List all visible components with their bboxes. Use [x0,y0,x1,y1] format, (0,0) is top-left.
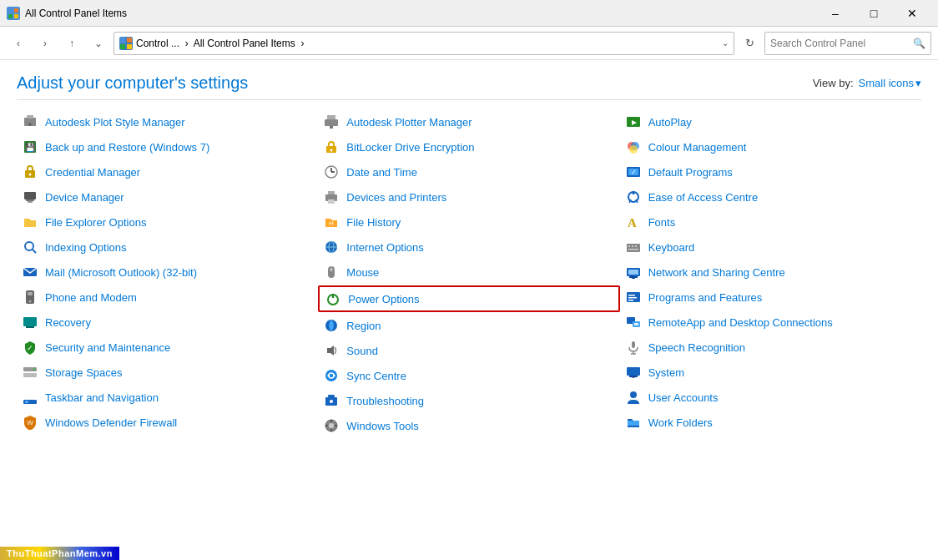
region-label[interactable]: Region [346,320,381,332]
list-item-programs-features[interactable]: Programs and Features [620,285,921,309]
keyboard-label[interactable]: Keyboard [648,241,695,254]
list-item-troubleshooting[interactable]: Troubleshooting [318,389,619,412]
search-icon[interactable]: 🔍 [913,38,925,49]
network-sharing-icon [625,264,642,280]
list-item-taskbar-navigation[interactable]: Taskbar and Navigation [17,386,318,409]
list-item-sound[interactable]: Sound [318,339,619,362]
internet-options-label[interactable]: Internet Options [346,241,424,254]
address-box[interactable]: Control ... › All Control Panel Items › … [113,32,734,55]
list-item-region[interactable]: Region [318,314,619,337]
bitlocker-label[interactable]: BitLocker Drive Encryption [346,141,474,154]
credential-manager-label[interactable]: Credential Manager [45,166,140,179]
list-item-autodesk-plot[interactable]: Autodesk Plot Style Manager [17,110,318,134]
view-by-label: View by: [813,77,854,89]
svg-text:✓: ✓ [27,344,33,352]
colour-management-label[interactable]: Colour Management [648,141,747,154]
sync-centre-label[interactable]: Sync Centre [346,370,406,382]
back-button[interactable]: ‹ [7,32,30,55]
autodesk-plot-label[interactable]: Autodesk Plot Style Manager [45,116,185,129]
list-item-colour-management[interactable]: Colour Management [620,135,921,159]
date-time-label[interactable]: Date and Time [346,166,417,179]
fonts-label[interactable]: Fonts [648,216,676,229]
list-item-indexing-options[interactable]: Indexing Options [17,235,318,259]
svg-text:💾: 💾 [25,142,36,153]
search-box[interactable]: 🔍 [764,32,931,55]
remoteapp-label[interactable]: RemoteApp and Desktop Connections [648,316,833,329]
list-item-date-time[interactable]: Date and Time [318,160,619,184]
list-item-default-programs[interactable]: ✓Default Programs [620,160,921,184]
recovery-label[interactable]: Recovery [45,316,91,329]
list-item-keyboard[interactable]: Keyboard [620,235,921,259]
network-sharing-label[interactable]: Network and Sharing Centre [648,266,785,279]
file-history-label[interactable]: File History [346,216,401,229]
list-item-work-folders[interactable]: Work Folders [620,411,921,434]
list-item-phone-modem[interactable]: Phone and Modem [17,285,318,309]
list-item-security-maintenance[interactable]: ✓Security and Maintenance [17,335,318,359]
list-item-autoplay[interactable]: AutoPlay [620,110,921,134]
ease-of-access-label[interactable]: Ease of Access Centre [648,191,759,204]
search-input[interactable] [770,38,910,49]
security-maintenance-label[interactable]: Security and Maintenance [45,341,170,354]
view-by-selector: View by: Small icons ▾ [813,77,921,89]
list-item-file-explorer-options[interactable]: File Explorer Options [17,210,318,234]
user-accounts-label[interactable]: User Accounts [648,391,719,404]
autodesk-plotter-label[interactable]: Autodesk Plotter Manager [346,116,472,129]
refresh-button[interactable]: ↻ [738,32,761,55]
devices-printers-label[interactable]: Devices and Printers [346,191,446,204]
list-item-mouse[interactable]: Mouse [318,260,619,284]
work-folders-label[interactable]: Work Folders [648,416,713,429]
backup-restore-label[interactable]: Back up and Restore (Windows 7) [45,141,209,154]
list-item-backup-restore[interactable]: 💾Back up and Restore (Windows 7) [17,135,318,159]
list-item-internet-options[interactable]: Internet Options [318,235,619,259]
programs-features-label[interactable]: Programs and Features [648,291,763,304]
list-item-ease-of-access[interactable]: Ease of Access Centre [620,185,921,209]
minimize-button[interactable]: – [816,0,855,27]
close-button[interactable]: ✕ [893,0,931,27]
list-item-power-options[interactable]: Power Options [318,285,619,312]
file-explorer-options-label[interactable]: File Explorer Options [45,216,146,229]
list-item-devices-printers[interactable]: Devices and Printers [318,185,619,209]
view-by-value: Small icons [859,77,914,89]
list-item-credential-manager[interactable]: Credential Manager [17,160,318,184]
view-by-link[interactable]: Small icons ▾ [859,77,921,89]
indexing-options-label[interactable]: Indexing Options [45,241,127,254]
default-programs-label[interactable]: Default Programs [648,166,733,179]
list-item-mail-outlook[interactable]: Mail (Microsoft Outlook) (32-bit) [17,260,318,284]
windows-tools-label[interactable]: Windows Tools [346,420,418,432]
power-options-label[interactable]: Power Options [348,293,419,305]
list-item-bitlocker[interactable]: BitLocker Drive Encryption [318,135,619,159]
list-item-device-manager[interactable]: Device Manager [17,185,318,209]
mouse-label[interactable]: Mouse [346,266,379,279]
svg-rect-31 [25,401,28,403]
list-item-system[interactable]: System [620,361,921,384]
list-item-windows-defender[interactable]: WWindows Defender Firewall [17,411,318,434]
troubleshooting-label[interactable]: Troubleshooting [346,395,424,407]
list-item-recovery[interactable]: Recovery [17,310,318,334]
forward-button[interactable]: › [33,32,57,55]
storage-spaces-label[interactable]: Storage Spaces [45,366,123,379]
taskbar-navigation-label[interactable]: Taskbar and Navigation [45,391,159,404]
sound-label[interactable]: Sound [346,345,378,357]
list-item-remoteapp[interactable]: RemoteApp and Desktop Connections [620,310,921,334]
down-button[interactable]: ⌄ [87,32,110,55]
list-item-windows-tools[interactable]: Windows Tools [318,414,619,437]
up-button[interactable]: ↑ [60,32,83,55]
speech-recognition-label[interactable]: Speech Recognition [648,341,745,354]
list-item-autodesk-plotter[interactable]: Autodesk Plotter Manager [318,110,619,134]
list-item-speech-recognition[interactable]: Speech Recognition [620,335,921,359]
system-label[interactable]: System [648,366,684,379]
list-item-storage-spaces[interactable]: Storage Spaces [17,361,318,384]
list-item-file-history[interactable]: HFile History [318,210,619,234]
autoplay-label[interactable]: AutoPlay [648,116,692,129]
list-item-fonts[interactable]: AFonts [620,210,921,234]
mail-outlook-label[interactable]: Mail (Microsoft Outlook) (32-bit) [45,266,197,279]
autodesk-plot-icon [22,114,38,130]
list-item-user-accounts[interactable]: User Accounts [620,386,921,409]
svg-point-10 [28,123,32,126]
list-item-network-sharing[interactable]: Network and Sharing Centre [620,260,921,284]
maximize-button[interactable]: □ [855,0,893,27]
windows-defender-label[interactable]: Windows Defender Firewall [45,416,177,429]
device-manager-label[interactable]: Device Manager [45,191,124,204]
phone-modem-label[interactable]: Phone and Modem [45,291,137,304]
list-item-sync-centre[interactable]: Sync Centre [318,364,619,387]
